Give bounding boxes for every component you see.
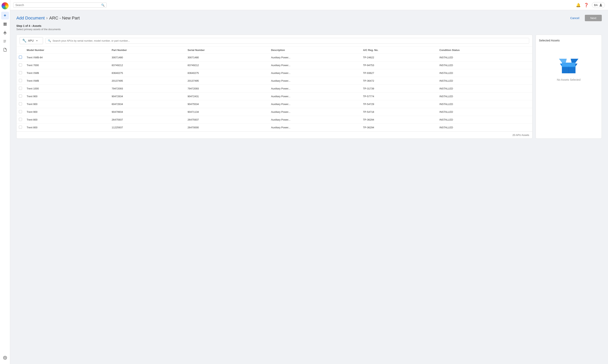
sidebar-item-aircraft[interactable]: [1, 29, 9, 37]
svg-marker-15: [571, 59, 578, 63]
row-checkbox[interactable]: [19, 56, 22, 59]
row-checkbox[interactable]: [19, 71, 22, 74]
no-assets-text: No Assets Selected: [557, 78, 580, 81]
row-status: INSTALLED: [437, 77, 532, 85]
row-part: 26475937: [109, 116, 185, 124]
breadcrumb-current: ARC - New Part: [49, 15, 80, 21]
row-checkbox[interactable]: [19, 79, 22, 82]
row-status: INSTALLED: [437, 108, 532, 116]
table-header-desc: Description: [269, 47, 361, 54]
svg-rect-1: [5, 23, 6, 24]
page-actions: Cancel Next: [567, 15, 602, 21]
search-input[interactable]: [15, 3, 101, 7]
step-description: Select primary assets of the documents: [16, 28, 602, 31]
row-reg: TP-93627: [361, 69, 437, 77]
row-status: INSTALLED: [437, 85, 532, 92]
row-checkbox[interactable]: [19, 94, 22, 98]
sidebar-item-tasks[interactable]: [1, 37, 9, 45]
table-footer-count: 20 APU Assets: [513, 134, 529, 136]
row-desc: Auxiliary Power...: [269, 124, 361, 131]
row-checkbox-cell: [16, 100, 24, 108]
table-header-serial: Serial Number: [185, 47, 269, 54]
row-serial: 79472093: [185, 85, 269, 92]
svg-marker-14: [559, 59, 567, 63]
right-panel: Selected Assets: [536, 35, 602, 139]
row-desc: Auxiliary Power...: [269, 92, 361, 100]
row-model: Trent XWB-84: [24, 54, 109, 62]
row-status: INSTALLED: [437, 92, 532, 100]
row-part: 90472634: [109, 92, 185, 100]
row-reg: TP-54718: [361, 108, 437, 116]
row-status: INSTALLED: [437, 54, 532, 62]
table-row[interactable]: Trent 800 26475937 26475937 Auxiliary Po…: [16, 116, 532, 124]
row-serial: 20137495: [185, 77, 269, 85]
asset-table: Model Number Part Number Serial Number D…: [16, 47, 532, 131]
row-status: INSTALLED: [437, 124, 532, 131]
app-logo: [1, 2, 9, 9]
apu-icon: 🔧: [22, 39, 27, 43]
sidebar-item-settings[interactable]: [1, 354, 9, 362]
dropdown-arrow-icon: ▼: [36, 40, 38, 42]
row-checkbox-cell: [16, 62, 24, 69]
panel-search-icon: 🔍: [48, 39, 51, 42]
notification-icon[interactable]: 🔔: [576, 3, 581, 7]
row-part: 83640275: [109, 69, 185, 77]
row-part: 83749212: [109, 62, 185, 69]
sidebar-item-add[interactable]: +: [1, 12, 9, 19]
table-row[interactable]: Trent 1000 79472093 79472093 Auxiliary P…: [16, 85, 532, 92]
row-checkbox-cell: [16, 116, 24, 124]
row-model: Trent 7000: [24, 62, 109, 69]
row-reg: TP-36472: [361, 77, 437, 85]
user-menu[interactable]: BA: [592, 2, 605, 8]
panel-search-box[interactable]: 🔍: [45, 38, 529, 44]
row-checkbox[interactable]: [19, 102, 22, 105]
next-button[interactable]: Next: [585, 15, 602, 21]
row-model: Trent 900: [24, 108, 109, 116]
sidebar-item-documents[interactable]: [1, 46, 9, 54]
apu-label: APU: [28, 39, 34, 42]
table-row[interactable]: Trent XWB-84 30071480 30071480 Auxiliary…: [16, 54, 532, 62]
svg-point-7: [4, 357, 5, 358]
row-status: INSTALLED: [437, 62, 532, 69]
table-row[interactable]: Trent 900 60472634 90475534 Auxiliary Po…: [16, 100, 532, 108]
row-serial: 83749212: [185, 62, 269, 69]
page-header: Add Document › ARC - New Part Cancel Nex…: [16, 15, 602, 21]
row-reg: TP-36294: [361, 116, 437, 124]
table-header-reg: A/C Reg. No.: [361, 47, 437, 54]
step-title: Step 1 of 4 - Assets: [16, 24, 602, 27]
breadcrumb-link[interactable]: Add Document: [16, 15, 45, 21]
row-serial: 90471134: [185, 108, 269, 116]
table-row[interactable]: Trent 900 90479934 90471134 Auxiliary Po…: [16, 108, 532, 116]
page-content: Add Document › ARC - New Part Cancel Nex…: [10, 10, 608, 364]
cancel-button[interactable]: Cancel: [567, 15, 582, 21]
row-part: 20137495: [109, 77, 185, 85]
panel-search-input[interactable]: [53, 39, 527, 42]
table-row[interactable]: Trent 800 11225937 26470000 Auxiliary Po…: [16, 124, 532, 131]
table-row[interactable]: Trent XWB 83640275 83640275 Auxiliary Po…: [16, 69, 532, 77]
row-reg: TP-36294: [361, 124, 437, 131]
row-status: INSTALLED: [437, 116, 532, 124]
row-desc: Auxiliary Power...: [269, 77, 361, 85]
row-checkbox-cell: [16, 69, 24, 77]
row-checkbox[interactable]: [19, 118, 22, 121]
table-row[interactable]: Trent XWB 20137495 20137495 Auxiliary Po…: [16, 77, 532, 85]
apu-dropdown[interactable]: 🔧 APU ▼: [20, 37, 43, 44]
global-search-box[interactable]: 🔍: [13, 2, 107, 8]
table-row[interactable]: Trent 900 90472634 90472431 Auxiliary Po…: [16, 92, 532, 100]
table-row[interactable]: Trent 7000 83749212 83749212 Auxiliary P…: [16, 62, 532, 69]
row-part: 79472093: [109, 85, 185, 92]
row-checkbox[interactable]: [19, 110, 22, 113]
sidebar-item-dashboard[interactable]: [1, 20, 9, 28]
svg-rect-2: [3, 24, 5, 26]
svg-rect-13: [562, 63, 576, 67]
row-checkbox-cell: [16, 54, 24, 62]
row-checkbox-cell: [16, 77, 24, 85]
row-checkbox[interactable]: [19, 87, 22, 90]
row-checkbox[interactable]: [19, 63, 22, 66]
table-header-part: Part Number: [109, 47, 185, 54]
row-status: INSTALLED: [437, 69, 532, 77]
row-reg: TP-94753: [361, 62, 437, 69]
row-checkbox[interactable]: [19, 126, 22, 129]
row-reg: TP-24622: [361, 54, 437, 62]
help-icon[interactable]: ❓: [584, 3, 589, 7]
